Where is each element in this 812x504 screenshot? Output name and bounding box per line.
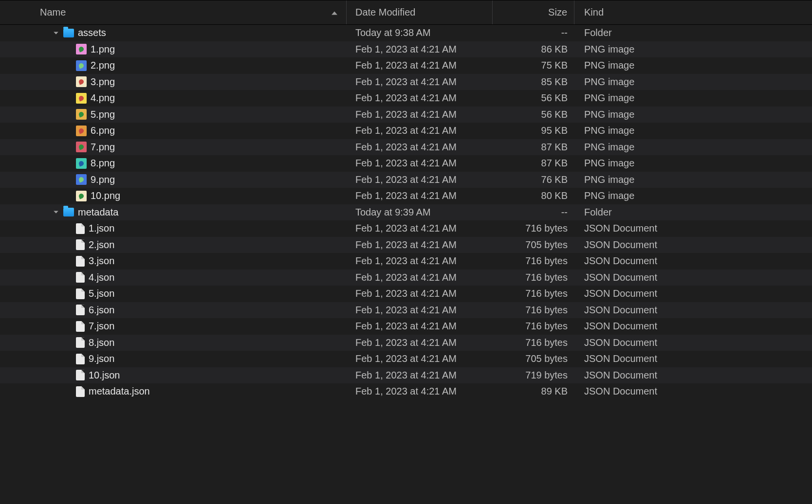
file-kind: JSON Document	[574, 253, 812, 270]
file-kind: Folder	[574, 25, 812, 41]
file-size: 95 KB	[493, 123, 574, 139]
finder-list-view: Name Date Modified Size Kind assetsToday…	[0, 0, 812, 504]
date-modified: Feb 1, 2023 at 4:21 AM	[347, 107, 493, 123]
column-header-name[interactable]: Name	[0, 0, 347, 24]
file-row[interactable]: metadata.jsonFeb 1, 2023 at 4:21 AM89 KB…	[0, 383, 812, 400]
column-header-kind[interactable]: Kind	[574, 0, 812, 24]
document-icon	[76, 256, 85, 267]
file-row[interactable]: 9.jsonFeb 1, 2023 at 4:21 AM705 bytesJSO…	[0, 351, 812, 367]
image-thumbnail-icon	[76, 174, 87, 185]
file-name: 5.png	[91, 109, 115, 120]
file-size: 716 bytes	[493, 335, 574, 351]
date-modified: Feb 1, 2023 at 4:21 AM	[347, 237, 493, 253]
file-row[interactable]: 2.jsonFeb 1, 2023 at 4:21 AM705 bytesJSO…	[0, 237, 812, 253]
image-thumbnail-icon	[76, 109, 87, 120]
file-size: 705 bytes	[493, 237, 574, 253]
date-modified: Feb 1, 2023 at 4:21 AM	[347, 155, 493, 172]
document-icon	[76, 239, 85, 250]
date-modified: Feb 1, 2023 at 4:21 AM	[347, 57, 493, 74]
file-row[interactable]: 7.jsonFeb 1, 2023 at 4:21 AM716 bytesJSO…	[0, 318, 812, 335]
file-size: 56 KB	[493, 90, 574, 107]
disclosure-triangle-icon[interactable]	[53, 209, 59, 216]
file-size: 716 bytes	[493, 318, 574, 335]
file-size: 87 KB	[493, 139, 574, 156]
folder-row[interactable]: metadataToday at 9:39 AM--Folder	[0, 204, 812, 221]
file-row[interactable]: 5.jsonFeb 1, 2023 at 4:21 AM716 bytesJSO…	[0, 286, 812, 302]
image-thumbnail-icon	[76, 126, 87, 136]
file-size: 87 KB	[493, 155, 574, 172]
file-row[interactable]: 6.jsonFeb 1, 2023 at 4:21 AM716 bytesJSO…	[0, 302, 812, 319]
date-modified: Feb 1, 2023 at 4:21 AM	[347, 335, 493, 351]
file-kind: PNG image	[574, 139, 812, 156]
file-row[interactable]: 8.jsonFeb 1, 2023 at 4:21 AM716 bytesJSO…	[0, 335, 812, 351]
file-row[interactable]: 10.pngFeb 1, 2023 at 4:21 AM80 KBPNG ima…	[0, 188, 812, 204]
column-header-date-modified[interactable]: Date Modified	[347, 0, 493, 24]
file-kind: PNG image	[574, 41, 812, 58]
file-size: 85 KB	[493, 74, 574, 90]
file-kind: PNG image	[574, 90, 812, 107]
file-row[interactable]: 3.jsonFeb 1, 2023 at 4:21 AM716 bytesJSO…	[0, 253, 812, 270]
file-kind: PNG image	[574, 57, 812, 74]
date-modified: Feb 1, 2023 at 4:21 AM	[347, 302, 493, 319]
file-kind: PNG image	[574, 74, 812, 90]
image-thumbnail-icon	[76, 76, 87, 87]
date-modified: Feb 1, 2023 at 4:21 AM	[347, 188, 493, 204]
file-kind: JSON Document	[574, 220, 812, 237]
file-row[interactable]: 10.jsonFeb 1, 2023 at 4:21 AM719 bytesJS…	[0, 367, 812, 384]
file-row[interactable]: 4.pngFeb 1, 2023 at 4:21 AM56 KBPNG imag…	[0, 90, 812, 107]
file-name: 5.json	[89, 288, 114, 299]
file-name: 3.png	[91, 76, 115, 88]
date-modified: Today at 9:38 AM	[347, 25, 493, 41]
file-row[interactable]: 7.pngFeb 1, 2023 at 4:21 AM87 KBPNG imag…	[0, 139, 812, 156]
date-modified: Feb 1, 2023 at 4:21 AM	[347, 318, 493, 335]
image-thumbnail-icon	[76, 93, 87, 104]
date-modified: Feb 1, 2023 at 4:21 AM	[347, 270, 493, 286]
file-row[interactable]: 9.pngFeb 1, 2023 at 4:21 AM76 KBPNG imag…	[0, 172, 812, 188]
file-name: 4.json	[89, 272, 114, 283]
file-size: 716 bytes	[493, 302, 574, 319]
file-name: 6.png	[91, 125, 115, 136]
document-icon	[76, 337, 85, 348]
file-size: 719 bytes	[493, 367, 574, 384]
folder-icon	[63, 208, 74, 216]
file-row[interactable]: 1.jsonFeb 1, 2023 at 4:21 AM716 bytesJSO…	[0, 220, 812, 237]
file-size: --	[493, 25, 574, 41]
file-row[interactable]: 6.pngFeb 1, 2023 at 4:21 AM95 KBPNG imag…	[0, 123, 812, 139]
file-kind: PNG image	[574, 188, 812, 204]
date-modified: Feb 1, 2023 at 4:21 AM	[347, 90, 493, 107]
file-name: 8.png	[91, 158, 115, 169]
file-kind: Folder	[574, 204, 812, 221]
file-name: metadata.json	[89, 386, 150, 397]
disclosure-triangle-icon[interactable]	[53, 30, 59, 36]
file-row[interactable]: 1.pngFeb 1, 2023 at 4:21 AM86 KBPNG imag…	[0, 41, 812, 58]
file-row[interactable]: 5.pngFeb 1, 2023 at 4:21 AM56 KBPNG imag…	[0, 107, 812, 123]
file-list: assetsToday at 9:38 AM--Folder1.pngFeb 1…	[0, 25, 812, 400]
file-name: metadata	[78, 207, 118, 218]
date-modified: Today at 9:39 AM	[347, 204, 493, 221]
document-icon	[76, 370, 85, 380]
column-header-size-label: Size	[548, 7, 567, 18]
file-row[interactable]: 8.pngFeb 1, 2023 at 4:21 AM87 KBPNG imag…	[0, 155, 812, 172]
date-modified: Feb 1, 2023 at 4:21 AM	[347, 367, 493, 384]
file-name: 2.png	[91, 60, 115, 71]
file-kind: JSON Document	[574, 286, 812, 302]
date-modified: Feb 1, 2023 at 4:21 AM	[347, 41, 493, 58]
file-row[interactable]: 2.pngFeb 1, 2023 at 4:21 AM75 KBPNG imag…	[0, 57, 812, 74]
file-row[interactable]: 4.jsonFeb 1, 2023 at 4:21 AM716 bytesJSO…	[0, 270, 812, 286]
file-name: 10.json	[89, 370, 120, 381]
document-icon	[76, 305, 85, 315]
file-kind: JSON Document	[574, 318, 812, 335]
file-size: 716 bytes	[493, 286, 574, 302]
image-thumbnail-icon	[76, 44, 87, 54]
file-row[interactable]: 3.pngFeb 1, 2023 at 4:21 AM85 KBPNG imag…	[0, 74, 812, 90]
column-header-size[interactable]: Size	[493, 0, 574, 24]
folder-row[interactable]: assetsToday at 9:38 AM--Folder	[0, 25, 812, 41]
date-modified: Feb 1, 2023 at 4:21 AM	[347, 253, 493, 270]
file-name: 7.png	[91, 142, 115, 153]
sort-ascending-icon	[332, 9, 337, 17]
file-name: 6.json	[89, 305, 114, 316]
document-icon	[76, 321, 85, 332]
column-header-row: Name Date Modified Size Kind	[0, 0, 812, 25]
file-name: 9.json	[89, 353, 114, 364]
document-icon	[76, 272, 85, 283]
